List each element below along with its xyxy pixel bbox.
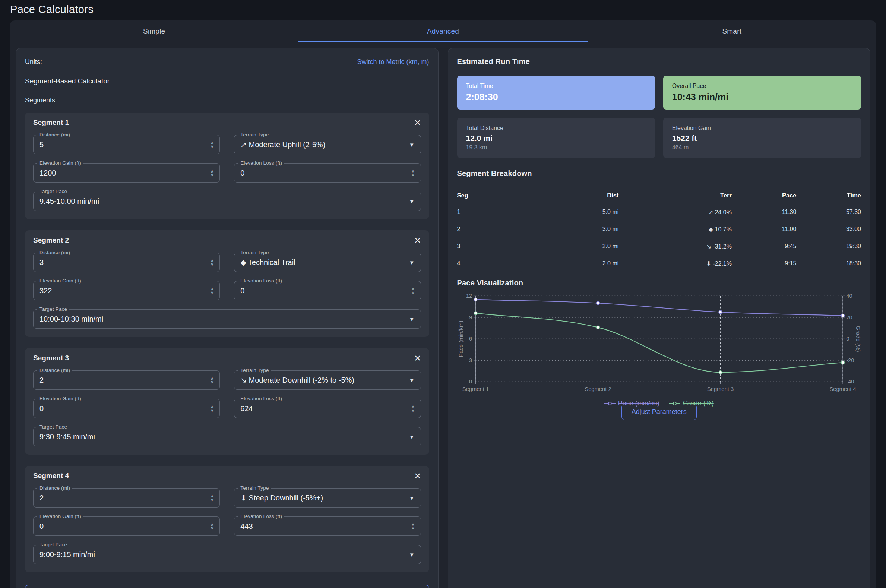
chevron-down-icon: ▼ (409, 434, 415, 440)
close-icon[interactable]: × (414, 471, 421, 481)
add-segment-button[interactable]: Add Segment (25, 585, 429, 588)
distance-label: Distance (mi) (37, 250, 72, 255)
left-axis-tick: 12 (466, 293, 472, 299)
number-stepper-icon[interactable]: ∧∨ (210, 169, 213, 177)
number-stepper-icon[interactable]: ∧∨ (210, 405, 213, 412)
elevation-gain-label: Elevation Gain (ft) (37, 278, 84, 284)
right-axis-tick: -20 (846, 357, 854, 363)
table-cell: ↗ 24.0% (619, 204, 732, 220)
left-axis-tick: 3 (469, 357, 472, 363)
units-label: Units: (25, 58, 42, 66)
segment-title: Segment 2 (33, 236, 69, 244)
distance-input[interactable]: Distance (mi) 2 ∧∨ (33, 488, 220, 507)
terrain-select[interactable]: Terrain Type ↘ Moderate Downhill (-2% to… (234, 370, 421, 390)
table-cell: 9:15 (732, 255, 797, 272)
tab-advanced[interactable]: Advanced (298, 21, 587, 42)
series-line (475, 300, 843, 316)
distance-input[interactable]: Distance (mi) 5 ∧∨ (33, 135, 220, 154)
elevation-gain-input[interactable]: Elevation Gain (ft) 1200 ∧∨ (33, 163, 220, 183)
number-stepper-icon[interactable]: ∧∨ (411, 169, 414, 177)
number-stepper-icon[interactable]: ∧∨ (411, 287, 414, 294)
table-cell: 5.0 mi (517, 204, 619, 220)
elevation-loss-label: Elevation Loss (ft) (238, 278, 284, 284)
table-cell: 9:45 (732, 238, 797, 255)
number-stepper-icon[interactable]: ∧∨ (210, 287, 213, 294)
chart-legend: Pace (min/mi)Grade (%) (457, 399, 861, 407)
data-point (719, 310, 722, 314)
table-row: 15.0 mi↗ 24.0%11:3057:30 (457, 204, 861, 220)
elevation-loss-label: Elevation Loss (ft) (238, 396, 284, 401)
legend-item[interactable]: Grade (%) (669, 399, 714, 407)
elevation-gain-input[interactable]: Elevation Gain (ft) 0 ∧∨ (33, 399, 220, 418)
number-stepper-icon[interactable]: ∧∨ (210, 494, 213, 501)
stat-card: Overall Pace10:43 min/mi (663, 76, 861, 110)
table-cell: 18:30 (796, 255, 861, 272)
terrain-select[interactable]: Terrain Type ↗ Moderate Uphill (2-5%) ▼ (234, 135, 421, 154)
calculator-panel: Units: Switch to Metric (km, m) Segment-… (16, 48, 439, 588)
table-header: Terr (619, 188, 732, 204)
data-point (474, 312, 477, 315)
number-stepper-icon[interactable]: ∧∨ (210, 141, 213, 148)
legend-label: Pace (min/mi) (618, 399, 660, 407)
stat-label: Total Distance (466, 125, 646, 132)
legend-item[interactable]: Pace (min/mi) (604, 399, 660, 407)
tab-simple[interactable]: Simple (10, 21, 298, 42)
stat-value: 10:43 min/mi (672, 92, 852, 102)
target-pace-select[interactable]: Target Pace 9:00-9:15 min/mi ▼ (33, 545, 421, 564)
distance-label: Distance (mi) (37, 368, 72, 373)
target-pace-label: Target Pace (37, 542, 69, 548)
left-axis-tick: 6 (469, 336, 472, 342)
stat-label: Elevation Gain (672, 125, 852, 132)
chevron-down-icon: ▼ (409, 316, 415, 322)
stat-card: Total Time2:08:30 (457, 76, 655, 110)
target-pace-select[interactable]: Target Pace 9:45-10:00 min/mi ▼ (33, 192, 421, 211)
data-point (719, 371, 722, 374)
distance-input[interactable]: Distance (mi) 3 ∧∨ (33, 253, 220, 272)
table-cell: 2.0 mi (517, 238, 619, 255)
segment-title: Segment 4 (33, 472, 69, 480)
stat-sub-value: 19.3 km (466, 144, 646, 151)
elevation-gain-input[interactable]: Elevation Gain (ft) 322 ∧∨ (33, 281, 220, 300)
elevation-loss-input[interactable]: Elevation Loss (ft) 443 ∧∨ (234, 516, 421, 536)
number-stepper-icon[interactable]: ∧∨ (210, 522, 213, 530)
target-pace-select[interactable]: Target Pace 9:30-9:45 min/mi ▼ (33, 427, 421, 446)
number-stepper-icon[interactable]: ∧∨ (210, 259, 213, 266)
chevron-down-icon: ▼ (409, 260, 415, 266)
stat-label: Overall Pace (672, 83, 852, 89)
table-header: Pace (732, 188, 797, 204)
right-axis-tick: -40 (846, 379, 854, 384)
distance-input[interactable]: Distance (mi) 2 ∧∨ (33, 370, 220, 390)
tab-smart[interactable]: Smart (588, 21, 876, 42)
table-cell: ◆ 10.7% (619, 220, 732, 238)
left-axis-title: Pace (min/km) (457, 321, 464, 357)
table-header: Dist (517, 188, 619, 204)
data-point (474, 298, 477, 302)
target-pace-select[interactable]: Target Pace 10:00-10:30 min/mi ▼ (33, 309, 421, 328)
results-title: Estimated Run Time (457, 57, 861, 66)
elevation-gain-label: Elevation Gain (ft) (37, 513, 84, 519)
segments-label: Segments (25, 96, 429, 104)
stat-sub-value: 464 m (672, 144, 852, 151)
elevation-gain-input[interactable]: Elevation Gain (ft) 0 ∧∨ (33, 516, 220, 536)
x-axis-label: Segment 2 (585, 386, 611, 392)
table-cell: 2.0 mi (517, 255, 619, 272)
x-axis-label: Segment 3 (707, 386, 733, 392)
close-icon[interactable]: × (414, 118, 421, 128)
elevation-loss-input[interactable]: Elevation Loss (ft) 0 ∧∨ (234, 163, 421, 183)
stat-card: Elevation Gain1522 ft464 m (663, 118, 861, 158)
number-stepper-icon[interactable]: ∧∨ (411, 405, 414, 412)
target-pace-label: Target Pace (37, 189, 69, 194)
terrain-select[interactable]: Terrain Type ◆ Technical Trail ▼ (234, 253, 421, 272)
close-icon[interactable]: × (414, 236, 421, 245)
elevation-loss-input[interactable]: Elevation Loss (ft) 624 ∧∨ (234, 399, 421, 418)
switch-units-link[interactable]: Switch to Metric (km, m) (357, 58, 429, 66)
right-axis-tick: 40 (846, 293, 852, 299)
terrain-select[interactable]: Terrain Type ⬇ Steep Downhill (-5%+) ▼ (234, 488, 421, 507)
close-icon[interactable]: × (414, 353, 421, 363)
stat-value: 2:08:30 (466, 92, 646, 102)
number-stepper-icon[interactable]: ∧∨ (210, 376, 213, 384)
tab-bar: Simple Advanced Smart (10, 21, 876, 42)
number-stepper-icon[interactable]: ∧∨ (411, 522, 414, 530)
segment-card: Segment 4 × Distance (mi) 2 ∧∨ Terrain T… (25, 466, 429, 572)
elevation-loss-input[interactable]: Elevation Loss (ft) 0 ∧∨ (234, 281, 421, 300)
